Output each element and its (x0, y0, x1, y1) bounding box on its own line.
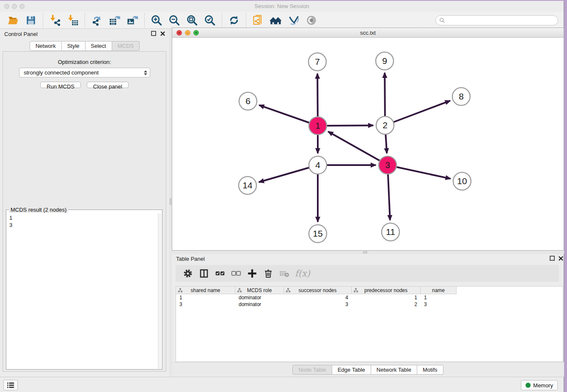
table-header-row: shared nameMCDS rolesuccessor nodesprede… (176, 287, 563, 294)
tab-network[interactable]: Network (30, 41, 62, 51)
unselect-all-icon[interactable] (230, 267, 242, 280)
table-toolbar: f(x) (176, 265, 559, 282)
close-panel-icon[interactable] (160, 31, 165, 36)
graph-node-label: 9 (382, 56, 387, 66)
graph-edge-2-8[interactable] (385, 101, 450, 125)
hide-details-icon[interactable] (287, 14, 300, 27)
table-cell: dominator (235, 295, 284, 301)
app-window: Session: New Session (0, 1, 564, 392)
select-stepper-icon (144, 70, 147, 75)
table-cell: dominator (235, 301, 284, 307)
splitter-handle[interactable] (170, 198, 171, 205)
run-mcds-button[interactable]: Run MCDS (40, 82, 81, 88)
network-view-title: scc.txt (172, 30, 564, 36)
table-cell: 2 (352, 301, 421, 307)
table-cell: 1 (352, 295, 421, 301)
close-table-panel-icon[interactable] (558, 256, 564, 261)
export-network-icon[interactable] (90, 14, 104, 27)
tab-network-table[interactable]: Network Table (371, 365, 417, 375)
graph-node-label: 10 (457, 176, 467, 186)
main-toolbar (0, 12, 564, 29)
home-icon[interactable] (269, 14, 283, 27)
search-input[interactable] (445, 16, 558, 25)
zoom-selected-icon[interactable] (203, 14, 217, 27)
session-title: Session: New Session (0, 3, 564, 9)
list-icon (7, 382, 14, 389)
delete-icon[interactable] (262, 267, 275, 280)
export-table-icon[interactable] (108, 14, 121, 27)
tab-motifs[interactable]: Motifs (417, 365, 443, 375)
tab-node-table[interactable]: Node Table (292, 365, 332, 375)
select-all-icon[interactable] (214, 267, 226, 280)
table-panel-title: Table Panel (176, 256, 205, 262)
graph-edge-3-1[interactable] (328, 132, 388, 165)
table-body: 1dominator4113dominator323 (176, 294, 563, 308)
graph-node-label: 1 (315, 121, 320, 130)
graph-edge-3-10[interactable] (388, 165, 451, 179)
import-network-icon[interactable] (48, 14, 62, 27)
column-header-predecessor-nodes[interactable]: predecessor nodes (352, 287, 421, 294)
control-panel-tabs: NetworkStyleSelectMCDS (0, 41, 169, 51)
delete-table-icon[interactable] (278, 267, 291, 280)
function-builder-icon[interactable]: f(x) (294, 267, 311, 280)
network-graph[interactable]: 7968124314101511 (173, 38, 564, 250)
gear-icon[interactable] (182, 267, 194, 280)
float-table-panel-icon[interactable] (550, 256, 555, 261)
float-panel-icon[interactable] (151, 31, 157, 36)
graph-node-label: 15 (313, 229, 322, 238)
table-cell: 4 (284, 295, 352, 301)
mcds-panel: Optimization criterion: strongly connect… (3, 51, 166, 372)
task-history-button[interactable] (3, 380, 18, 390)
toolbar-divider (43, 13, 43, 28)
tab-style[interactable]: Style (62, 41, 85, 51)
refresh-icon[interactable] (227, 14, 241, 27)
mcds-result-list[interactable]: 13 (7, 213, 158, 369)
node-table[interactable]: shared nameMCDS rolesuccessor nodesprede… (176, 286, 563, 362)
horizontal-splitter[interactable] (172, 251, 564, 254)
graph-node-label: 7 (315, 57, 320, 66)
table-cell: 1 (176, 295, 235, 301)
save-icon[interactable] (24, 14, 38, 27)
column-header-MCDS-role[interactable]: MCDS role (235, 287, 284, 294)
column-header-shared-name[interactable]: shared name (176, 287, 235, 294)
memory-status-icon (526, 383, 531, 388)
toolbar-divider (85, 13, 85, 28)
control-panel-title: Control Panel (4, 31, 38, 37)
table-tabs-bar: Node TableEdge TableNetwork TableMotifs (172, 362, 564, 377)
table-cell: 3 (284, 301, 352, 307)
graph-node-label: 6 (245, 96, 250, 106)
network-window-titlebar[interactable]: × – + scc.txt (172, 28, 564, 38)
zoom-fit-icon[interactable] (185, 14, 199, 27)
column-header-successor-nodes[interactable]: successor nodes (284, 287, 352, 294)
toolbar-divider (246, 13, 246, 28)
export-image-icon[interactable] (126, 14, 139, 27)
columns-icon[interactable] (198, 267, 210, 280)
mcds-result-title: MCDS result (2 nodes) (9, 207, 68, 213)
status-bar: Memory (0, 377, 564, 392)
import-table-icon[interactable] (66, 14, 80, 27)
tab-edge-table[interactable]: Edge Table (332, 365, 371, 375)
zoom-in-icon[interactable] (150, 14, 163, 27)
splitter-handle[interactable] (363, 251, 367, 254)
optimization-criterion-select[interactable]: strongly connected component (19, 68, 150, 77)
tab-mcds[interactable]: MCDS (112, 41, 140, 51)
toolbar-divider (144, 13, 145, 28)
optimization-criterion-label: Optimization criterion: (3, 59, 166, 65)
table-row[interactable]: 1dominator411 (176, 294, 563, 301)
search-box[interactable] (435, 15, 558, 25)
close-panel-button[interactable]: Close panel (87, 82, 129, 88)
show-details-icon[interactable] (305, 14, 318, 27)
table-row[interactable]: 3dominator323 (176, 301, 563, 308)
add-column-icon[interactable] (246, 267, 259, 280)
graph-node-label: 14 (242, 180, 253, 190)
result-scrollbar[interactable] (158, 213, 162, 369)
open-folder-icon[interactable] (6, 14, 20, 27)
graph-node-label: 3 (385, 160, 390, 170)
network-view-window: × – + scc.txt 7968124314101511 (172, 28, 564, 251)
memory-button[interactable]: Memory (521, 380, 558, 390)
tab-select[interactable]: Select (85, 41, 112, 51)
zoom-out-icon[interactable] (168, 14, 181, 27)
column-header-name[interactable]: name (421, 287, 457, 294)
memory-label: Memory (533, 382, 553, 389)
new-network-file-icon[interactable] (251, 14, 265, 27)
